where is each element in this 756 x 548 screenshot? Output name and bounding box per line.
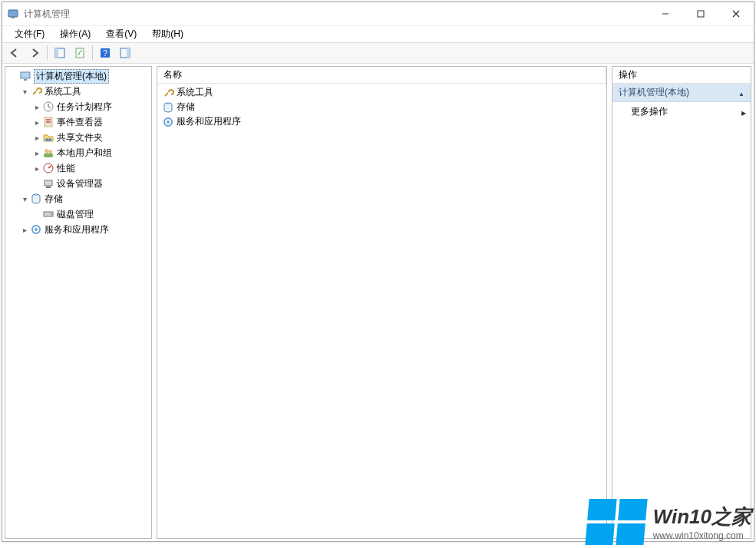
services-icon: [162, 116, 174, 128]
clock-icon: [42, 101, 54, 113]
tree[interactable]: 计算机管理(本地) ▾ 系统工具 ▸ 任务计划程序: [5, 67, 151, 239]
tree-performance[interactable]: ▸ 性能: [5, 160, 151, 176]
tree-label: 磁盘管理: [57, 208, 94, 221]
svg-point-29: [51, 213, 52, 215]
svg-rect-1: [12, 17, 15, 18]
tree-label: 本地用户和组: [57, 147, 112, 160]
tools-icon: [30, 85, 42, 97]
properties-button[interactable]: [71, 45, 89, 61]
toolbar-separator: [92, 45, 93, 61]
menu-bar: 文件(F) 操作(A) 查看(V) 帮助(H): [2, 25, 754, 42]
svg-rect-25: [45, 180, 52, 186]
tree-pane: 计算机管理(本地) ▾ 系统工具 ▸ 任务计划程序: [5, 66, 152, 539]
menu-view[interactable]: 查看(V): [98, 26, 144, 42]
list-item-label: 存储: [177, 101, 195, 114]
tree-label: 服务和应用程序: [45, 223, 109, 236]
svg-rect-23: [44, 154, 53, 157]
computer-icon: [19, 70, 31, 82]
tree-device-manager[interactable]: 设备管理器: [5, 176, 151, 191]
expander-icon[interactable]: ▸: [31, 118, 42, 127]
svg-rect-13: [21, 72, 30, 78]
shared-folder-icon: [42, 131, 54, 144]
tree-local-users[interactable]: ▸ 本地用户和组: [5, 145, 151, 160]
close-button[interactable]: [718, 2, 754, 25]
tree-services-apps[interactable]: ▸ 服务和应用程序: [5, 222, 151, 237]
svg-point-21: [45, 149, 49, 154]
show-hide-action-pane-button[interactable]: [116, 45, 134, 61]
svg-rect-3: [698, 11, 704, 17]
svg-point-19: [45, 138, 48, 141]
app-window: 计算机管理 文件(F) 操作(A) 查看(V) 帮助(H): [2, 2, 754, 542]
window-title: 计算机管理: [24, 8, 70, 21]
storage-icon: [30, 193, 42, 205]
expander-icon[interactable]: ▸: [31, 149, 42, 157]
expander-icon[interactable]: ▾: [19, 195, 30, 203]
minimize-button[interactable]: [648, 2, 683, 25]
forward-button[interactable]: [25, 45, 44, 61]
expander-icon[interactable]: ▸: [31, 134, 42, 142]
svg-point-22: [49, 150, 53, 154]
tree-root[interactable]: 计算机管理(本地): [5, 68, 151, 84]
svg-rect-14: [24, 79, 27, 81]
tree-label: 性能: [57, 162, 75, 175]
app-icon: [7, 8, 19, 20]
performance-icon: [42, 162, 54, 174]
maximize-button[interactable]: [683, 2, 718, 25]
list-item[interactable]: 存储: [160, 100, 603, 114]
menu-file[interactable]: 文件(F): [7, 26, 52, 42]
svg-point-20: [48, 138, 51, 141]
tools-icon: [162, 87, 174, 99]
svg-rect-7: [55, 48, 58, 58]
list-item[interactable]: 系统工具: [160, 85, 603, 100]
svg-rect-26: [46, 187, 51, 188]
tree-label: 事件查看器: [57, 116, 103, 129]
svg-rect-0: [8, 10, 18, 17]
tree-event-viewer[interactable]: ▸ 事件查看器: [5, 114, 151, 130]
expander-icon[interactable]: ▸: [31, 164, 42, 173]
tree-system-tools[interactable]: ▾ 系统工具: [5, 84, 151, 99]
toolbar: ?: [2, 42, 754, 64]
expander-icon[interactable]: ▾: [19, 87, 30, 96]
actions-more[interactable]: 更多操作: [612, 102, 751, 121]
actions-item-label: 更多操作: [631, 105, 668, 118]
toolbar-separator: [47, 45, 48, 61]
list-item-label: 服务和应用程序: [177, 115, 241, 128]
tree-label: 设备管理器: [57, 177, 103, 190]
actions-header: 操作: [612, 67, 751, 84]
svg-text:?: ?: [103, 48, 107, 58]
services-icon: [30, 223, 42, 236]
show-hide-tree-button[interactable]: [51, 45, 69, 61]
back-button[interactable]: [5, 45, 24, 61]
tree-label: 共享文件夹: [57, 131, 103, 144]
tree-storage[interactable]: ▾ 存储: [5, 191, 151, 206]
list-header: 名称: [157, 67, 606, 84]
titlebar: 计算机管理: [2, 2, 754, 25]
client-area: 计算机管理(本地) ▾ 系统工具 ▸ 任务计划程序: [2, 64, 754, 541]
help-button[interactable]: ?: [96, 45, 114, 61]
svg-point-31: [35, 228, 38, 231]
disk-icon: [42, 208, 54, 220]
tree-label: 存储: [45, 193, 63, 206]
actions-group-title[interactable]: 计算机管理(本地): [612, 84, 751, 102]
list-item-label: 系统工具: [177, 86, 213, 99]
event-log-icon: [42, 116, 54, 128]
actions-group-label: 计算机管理(本地): [619, 86, 689, 99]
users-icon: [42, 147, 54, 159]
svg-rect-12: [127, 48, 130, 58]
tree-disk-management[interactable]: 磁盘管理: [5, 206, 151, 222]
expander-icon[interactable]: ▸: [19, 226, 30, 234]
chevron-right-icon: [741, 107, 746, 117]
tree-task-scheduler[interactable]: ▸ 任务计划程序: [5, 99, 151, 114]
list-item[interactable]: 服务和应用程序: [160, 114, 603, 129]
column-name[interactable]: 名称: [157, 67, 606, 83]
tree-shared-folders[interactable]: ▸ 共享文件夹: [5, 130, 151, 145]
tree-label: 任务计划程序: [57, 101, 112, 114]
list-body: 系统工具 存储 服务和应用程序: [157, 84, 606, 130]
menu-help[interactable]: 帮助(H): [144, 26, 191, 42]
device-icon: [42, 177, 54, 190]
actions-pane: 操作 计算机管理(本地) 更多操作: [612, 66, 751, 539]
menu-action[interactable]: 操作(A): [52, 26, 98, 42]
list-pane: 名称 系统工具 存储: [157, 66, 607, 539]
expander-icon[interactable]: ▸: [31, 103, 42, 111]
tree-label: 计算机管理(本地): [36, 71, 107, 81]
